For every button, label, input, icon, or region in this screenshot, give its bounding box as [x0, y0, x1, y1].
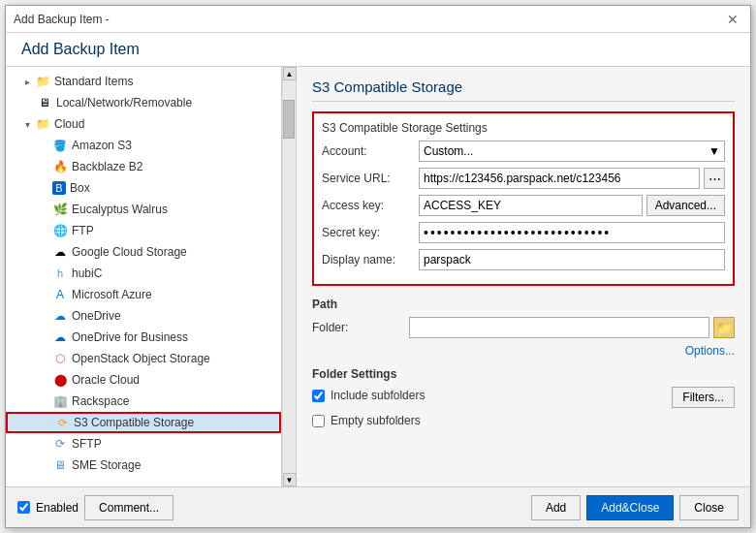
comment-button[interactable]: Comment...	[84, 495, 173, 520]
access-key-input[interactable]	[419, 195, 643, 216]
sidebar-item-label: Local/Network/Removable	[56, 96, 192, 110]
path-section: Path Folder: 📁 Options...	[312, 298, 735, 358]
display-name-row: Display name:	[322, 249, 725, 270]
folder-icon: 📁	[35, 116, 50, 132]
sidebar-item-azure[interactable]: A Microsoft Azure	[6, 284, 281, 305]
include-subfolders-row: Include subfolders Filters...	[312, 387, 735, 408]
sidebar-item-amazon-s3[interactable]: 🪣 Amazon S3	[6, 135, 281, 156]
include-subfolders-checkbox-row: Include subfolders	[312, 389, 672, 402]
sidebar-item-standard-items[interactable]: ▸ 📁 Standard Items	[6, 71, 281, 92]
access-key-label: Access key:	[322, 199, 419, 212]
advanced-button[interactable]: Advanced...	[646, 195, 725, 216]
enabled-checkbox[interactable]	[17, 501, 30, 514]
dialog-heading: Add Backup Item	[21, 41, 735, 58]
monitor-icon: 🖥	[37, 95, 52, 110]
service-url-row: Service URL: ⋯	[322, 168, 725, 189]
settings-section-title: S3 Compatible Storage Settings	[322, 121, 725, 135]
close-icon[interactable]: ✕	[723, 10, 742, 29]
right-panel-title: S3 Compatible Storage	[312, 78, 735, 102]
display-name-input[interactable]	[419, 249, 725, 270]
sidebar-item-s3-compatible[interactable]: ⟳ S3 Compatible Storage	[6, 412, 281, 433]
onedrive-biz-icon: ☁	[52, 329, 68, 345]
account-label: Account:	[322, 144, 419, 158]
sidebar-item-sme[interactable]: 🖥 SME Storage	[6, 455, 281, 476]
secret-key-label: Secret key:	[322, 226, 419, 239]
sidebar-item-onedrive[interactable]: ☁ OneDrive	[6, 305, 281, 327]
sidebar-item-label: Amazon S3	[72, 139, 132, 152]
sidebar-item-label: Standard Items	[54, 75, 133, 88]
hubic-icon: h	[52, 266, 68, 281]
sftp-icon: ⟳	[52, 436, 68, 452]
sidebar-item-cloud[interactable]: ▾ 📁 Cloud	[6, 113, 281, 135]
eucalyptus-icon: 🌿	[52, 202, 68, 217]
sidebar-item-google-cloud[interactable]: ☁ Google Cloud Storage	[6, 241, 281, 263]
service-url-label: Service URL:	[322, 172, 419, 185]
service-url-browse-button[interactable]: ⋯	[704, 168, 725, 189]
add-close-button[interactable]: Add&Close	[586, 495, 674, 520]
scroll-up[interactable]: ▲	[283, 67, 297, 80]
rackspace-icon: 🏢	[52, 393, 68, 409]
sidebar-item-label: Google Cloud Storage	[72, 245, 187, 259]
sidebar-item-openstack[interactable]: ⬡ OpenStack Object Storage	[6, 348, 281, 369]
sidebar-item-local-network[interactable]: 🖥 Local/Network/Removable	[6, 92, 281, 113]
settings-section: S3 Compatible Storage Settings Account: …	[312, 111, 735, 286]
dropdown-chevron-icon: ▼	[709, 144, 720, 158]
access-key-row: Access key: Advanced...	[322, 195, 725, 216]
sidebar-item-oracle[interactable]: ⬤ Oracle Cloud	[6, 369, 281, 391]
account-select[interactable]: Custom... ▼	[419, 141, 725, 162]
scroll-thumb[interactable]	[283, 100, 295, 139]
service-url-input[interactable]	[419, 168, 700, 189]
backblaze-icon: 🔥	[52, 159, 68, 174]
dialog-content: ▸ 📁 Standard Items 🖥 Local/Network/Remov…	[6, 67, 750, 486]
folder-label: Folder:	[312, 321, 409, 334]
onedrive-icon: ☁	[52, 308, 68, 324]
sidebar-item-label: S3 Compatible Storage	[74, 416, 194, 429]
sidebar-item-ftp[interactable]: 🌐 FTP	[6, 220, 281, 241]
secret-key-input[interactable]	[419, 222, 725, 243]
folder-input[interactable]	[409, 317, 709, 338]
sidebar-item-label: Microsoft Azure	[72, 288, 152, 301]
filters-button[interactable]: Filters...	[672, 387, 735, 408]
secret-key-row: Secret key:	[322, 222, 725, 243]
sidebar-item-label: hubiC	[72, 266, 102, 280]
display-name-label: Display name:	[322, 253, 419, 266]
close-button[interactable]: Close	[679, 495, 739, 520]
sidebar-item-label: Oracle Cloud	[72, 373, 140, 387]
folder-browse-button[interactable]: 📁	[713, 317, 735, 338]
sidebar-item-sftp[interactable]: ⟳ SFTP	[6, 433, 281, 455]
sidebar-item-label: Eucalyptus Walrus	[72, 203, 168, 216]
google-icon: ☁	[52, 244, 68, 260]
empty-subfolders-checkbox[interactable]	[312, 415, 325, 427]
sme-icon: 🖥	[52, 457, 68, 473]
folder-settings-title: Folder Settings	[312, 367, 735, 381]
sidebar-item-backblaze[interactable]: 🔥 Backblaze B2	[6, 156, 281, 177]
account-value: Custom...	[424, 144, 473, 158]
sidebar-item-box[interactable]: B Box	[6, 177, 281, 199]
sidebar-item-label: Cloud	[54, 117, 84, 131]
sidebar-item-label: OneDrive	[72, 309, 121, 323]
enabled-label: Enabled	[36, 501, 79, 515]
empty-subfolders-row: Empty subfolders	[312, 414, 735, 427]
sidebar-item-hubic[interactable]: h hubiC	[6, 263, 281, 284]
bottom-bar: Enabled Comment... Add Add&Close Close	[6, 486, 750, 527]
options-link[interactable]: Options...	[312, 344, 735, 358]
add-button[interactable]: Add	[531, 495, 581, 520]
scroll-down[interactable]: ▼	[283, 473, 297, 486]
sidebar-item-label: OpenStack Object Storage	[72, 352, 210, 365]
folder-browse-icon: 📁	[716, 321, 733, 335]
title-bar: Add Backup Item - ✕	[6, 6, 750, 33]
folder-row: Folder: 📁	[312, 317, 735, 338]
sidebar-item-eucalyptus[interactable]: 🌿 Eucalyptus Walrus	[6, 199, 281, 220]
bottom-left: Enabled Comment...	[17, 495, 173, 520]
sidebar-item-onedrive-business[interactable]: ☁ OneDrive for Business	[6, 327, 281, 348]
expand-icon: ▸	[21, 76, 33, 87]
sidebar-item-label: SFTP	[72, 437, 102, 451]
account-row: Account: Custom... ▼	[322, 141, 725, 162]
left-panel: ▸ 📁 Standard Items 🖥 Local/Network/Remov…	[6, 67, 282, 486]
oracle-icon: ⬤	[52, 372, 68, 388]
sidebar-item-rackspace[interactable]: 🏢 Rackspace	[6, 391, 281, 412]
sidebar-item-label: SME Storage	[72, 458, 141, 472]
right-panel: S3 Compatible Storage S3 Compatible Stor…	[297, 67, 750, 486]
amazon-icon: 🪣	[52, 138, 68, 153]
include-subfolders-checkbox[interactable]	[312, 390, 325, 402]
